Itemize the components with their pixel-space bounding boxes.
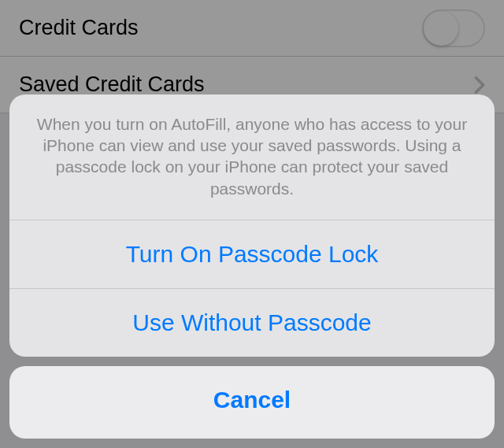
modal-overlay: When you turn on AutoFill, anyone who ha…	[0, 0, 504, 448]
use-without-passcode-button[interactable]: Use Without Passcode	[9, 289, 495, 357]
cancel-button[interactable]: Cancel	[9, 366, 495, 439]
autofill-action-sheet: When you turn on AutoFill, anyone who ha…	[9, 94, 495, 357]
action-sheet-message: When you turn on AutoFill, anyone who ha…	[9, 94, 495, 220]
turn-on-passcode-lock-button[interactable]: Turn On Passcode Lock	[9, 220, 495, 289]
